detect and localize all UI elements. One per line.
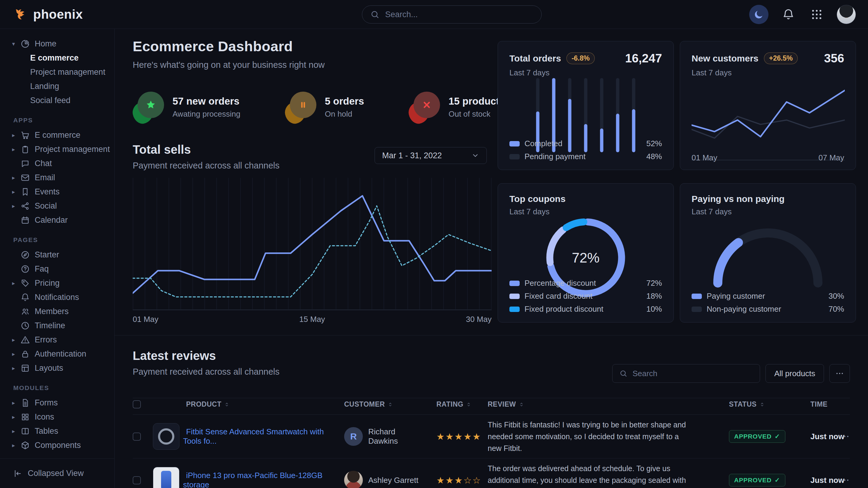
legend-item: Percentage discount72% xyxy=(509,279,662,288)
reviews-search[interactable] xyxy=(612,364,760,383)
global-search-input[interactable] xyxy=(384,10,533,20)
global-search[interactable] xyxy=(362,5,542,24)
sidebar-item-errors[interactable]: ▸Errors xyxy=(0,333,114,347)
row-checkbox[interactable] xyxy=(133,476,141,484)
date-range-value: Mar 1 - 31, 2022 xyxy=(382,151,442,160)
sidebar-item-forms[interactable]: ▸Forms xyxy=(0,396,114,410)
total-sells-x-axis: 01 May15 May30 May xyxy=(133,315,492,324)
total-orders-card: Total orders -6.8% 16,247 Last 7 days Co… xyxy=(498,41,674,170)
legend-swatch xyxy=(509,154,520,159)
sidebar-item-pricing[interactable]: ▸Pricing xyxy=(0,276,114,290)
review-time: Just now xyxy=(777,432,823,441)
legend-item: Fixed product discount10% xyxy=(509,304,662,314)
sidebar-item-faq[interactable]: Faq xyxy=(0,262,114,276)
sidebar-subitem-landing[interactable]: Landing xyxy=(0,79,114,93)
sidebar-subitem-social-feed[interactable]: Social feed xyxy=(0,93,114,108)
moon-icon xyxy=(753,9,764,20)
column-header-review[interactable]: REVIEW xyxy=(473,400,705,409)
theme-toggle-button[interactable] xyxy=(749,5,769,24)
paying-legend: Paying customer30%Non-paying customer70% xyxy=(691,291,844,314)
column-header-time[interactable]: TIME xyxy=(777,400,823,409)
svg-text:72%: 72% xyxy=(572,250,599,265)
legend-swatch xyxy=(691,306,702,312)
sidebar-item-components[interactable]: ▸Components xyxy=(0,438,114,452)
sidebar-item-starter[interactable]: Starter xyxy=(0,248,114,262)
new-customers-x-axis: 01 May 07 May xyxy=(691,153,844,162)
sidebar-item-tables[interactable]: ▸Tables xyxy=(0,424,114,438)
table-icon xyxy=(21,426,30,436)
status-badge: APPROVED✓ xyxy=(729,430,785,443)
layout-icon xyxy=(21,363,30,373)
sidebar-item-icons[interactable]: ▸Icons xyxy=(0,410,114,424)
date-range-select[interactable]: Mar 1 - 31, 2022 xyxy=(375,147,487,164)
sidebar-item-layouts[interactable]: ▸Layouts xyxy=(0,361,114,375)
product-thumbnail[interactable] xyxy=(153,467,180,488)
legend-swatch xyxy=(509,141,520,147)
apps-grid-button[interactable] xyxy=(808,6,825,23)
new-customers-chart xyxy=(691,79,845,161)
sidebar-item-notifications[interactable]: Notifications xyxy=(0,290,114,304)
sort-icon xyxy=(387,401,393,407)
product-thumbnail[interactable] xyxy=(153,423,180,450)
clock-icon xyxy=(21,321,30,330)
sidebar: ▾HomeE commerceProject managementLanding… xyxy=(0,29,115,488)
bell-icon xyxy=(782,8,795,21)
star-rating: ★★★★★ xyxy=(421,431,473,442)
collapsed-view-toggle[interactable]: Collapsed View xyxy=(0,458,114,488)
row-more-button[interactable] xyxy=(823,475,850,485)
coupons-legend: Percentage discount72%Fixed card discoun… xyxy=(509,279,662,314)
user-avatar[interactable] xyxy=(837,5,856,24)
stat-warning: 5 ordersOn hold xyxy=(285,90,364,124)
select-all-checkbox[interactable] xyxy=(133,400,141,409)
reviews-more-button[interactable] xyxy=(829,364,850,383)
caret-right-icon: ▸ xyxy=(12,399,19,406)
file-icon xyxy=(21,398,30,408)
section-divider xyxy=(115,335,868,335)
row-checkbox[interactable] xyxy=(133,432,141,441)
product-link[interactable]: iPhone 13 pro max-Pacific Blue-128GB sto… xyxy=(183,471,322,488)
page-title: Ecommerce Dashboard xyxy=(133,38,325,55)
sidebar-subitem-project-management[interactable]: Project management xyxy=(0,65,114,79)
sidebar-item-home[interactable]: ▾Home xyxy=(0,37,114,51)
sort-icon xyxy=(519,401,525,407)
users-icon xyxy=(21,307,30,316)
grid4-icon xyxy=(21,412,30,422)
sidebar-item-members[interactable]: Members xyxy=(0,304,114,319)
caret-right-icon: ▸ xyxy=(12,202,19,209)
row-more-button[interactable] xyxy=(823,431,850,442)
caret-right-icon: ▸ xyxy=(12,351,19,357)
chevron-down-icon xyxy=(471,152,479,159)
new-customers-card: New customers +26.5% 356 Last 7 days 01 … xyxy=(680,41,856,170)
main-content: Ecommerce Dashboard Here's what's going … xyxy=(115,29,868,488)
page-header: Ecommerce Dashboard Here's what's going … xyxy=(133,38,325,70)
column-header-rating[interactable]: RATING xyxy=(421,400,473,409)
star-rating: ★★★☆☆ xyxy=(421,475,473,486)
brand-logo[interactable]: phoenix xyxy=(0,7,83,22)
mail-icon xyxy=(21,173,30,182)
sidebar-item-timeline[interactable]: Timeline xyxy=(0,319,114,333)
sidebar-item-authentication[interactable]: ▸Authentication xyxy=(0,347,114,361)
legend-item: Pending payment48% xyxy=(509,152,662,161)
grid-icon xyxy=(810,8,823,21)
reviews-search-input[interactable] xyxy=(632,369,753,379)
status-badge: APPROVED✓ xyxy=(729,474,785,487)
sidebar-item-project-management[interactable]: ▸Project management xyxy=(0,142,114,157)
sidebar-item-e-commerce[interactable]: ▸E commerce xyxy=(0,128,114,142)
sidebar-subitem-e-commerce[interactable]: E commerce xyxy=(0,51,114,65)
sidebar-item-email[interactable]: ▸Email xyxy=(0,171,114,185)
notifications-button[interactable] xyxy=(780,6,797,23)
star-icon xyxy=(133,90,165,124)
column-header-product[interactable]: PRODUCT xyxy=(183,400,334,409)
sidebar-item-calendar[interactable]: Calendar xyxy=(0,213,114,227)
product-link[interactable]: Fitbit Sense Advanced Smartwatch with To… xyxy=(183,427,324,446)
total-sells-title: Total sells xyxy=(133,143,280,157)
all-products-filter-button[interactable]: All products xyxy=(766,364,824,383)
sidebar-item-events[interactable]: ▸Events xyxy=(0,185,114,199)
customer-name: Ashley Garrett xyxy=(368,476,418,485)
column-header-status[interactable]: STATUS xyxy=(705,400,777,409)
column-header-customer[interactable]: CUSTOMER xyxy=(334,400,421,409)
sidebar-item-chat[interactable]: Chat xyxy=(0,157,114,171)
customer-avatar: R xyxy=(344,427,363,446)
pie-chart-icon xyxy=(21,39,30,48)
sidebar-item-social[interactable]: ▸Social xyxy=(0,199,114,213)
